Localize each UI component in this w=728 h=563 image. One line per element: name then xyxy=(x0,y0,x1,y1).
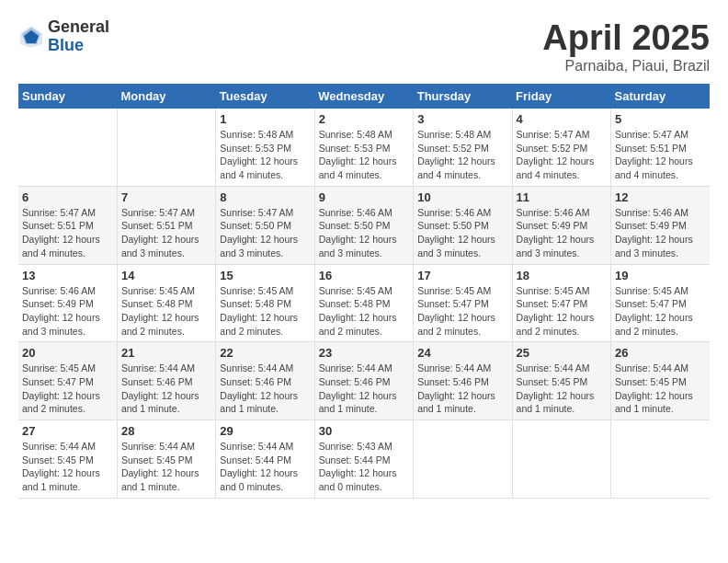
day-info-26: Sunrise: 5:44 AMSunset: 5:45 PMDaylight:… xyxy=(615,362,706,416)
day-info-23: Sunrise: 5:44 AMSunset: 5:46 PMDaylight:… xyxy=(319,362,409,416)
day-info-1: Sunrise: 5:48 AMSunset: 5:53 PMDaylight:… xyxy=(220,128,310,182)
day-number-9: 9 xyxy=(319,190,409,204)
day-info-24: Sunrise: 5:44 AMSunset: 5:46 PMDaylight:… xyxy=(417,362,507,416)
day-number-12: 12 xyxy=(615,190,706,204)
day-info-7: Sunrise: 5:47 AMSunset: 5:51 PMDaylight:… xyxy=(121,206,211,260)
day-number-3: 3 xyxy=(417,112,507,126)
day-number-29: 29 xyxy=(220,424,310,438)
calendar-cell-w1-d2 xyxy=(117,109,215,186)
calendar-cell-w5-d3: 29Sunrise: 5:44 AMSunset: 5:44 PMDayligh… xyxy=(216,420,314,499)
title-area: April 2025 Parnaiba, Piaui, Brazil xyxy=(542,18,710,75)
calendar-cell-w5-d6 xyxy=(512,420,610,499)
day-number-30: 30 xyxy=(319,424,409,438)
week-row-3: 13Sunrise: 5:46 AMSunset: 5:49 PMDayligh… xyxy=(18,264,710,342)
day-info-21: Sunrise: 5:44 AMSunset: 5:46 PMDaylight:… xyxy=(121,362,211,416)
week-row-2: 6Sunrise: 5:47 AMSunset: 5:51 PMDaylight… xyxy=(18,186,710,264)
calendar-cell-w3-d1: 13Sunrise: 5:46 AMSunset: 5:49 PMDayligh… xyxy=(18,264,117,342)
day-number-24: 24 xyxy=(417,346,507,360)
day-info-12: Sunrise: 5:46 AMSunset: 5:49 PMDaylight:… xyxy=(615,206,706,260)
day-info-3: Sunrise: 5:48 AMSunset: 5:52 PMDaylight:… xyxy=(417,128,507,182)
logo-text: General Blue xyxy=(48,18,109,55)
week-row-5: 27Sunrise: 5:44 AMSunset: 5:45 PMDayligh… xyxy=(18,420,710,499)
calendar-cell-w4-d5: 24Sunrise: 5:44 AMSunset: 5:46 PMDayligh… xyxy=(414,342,512,420)
day-number-27: 27 xyxy=(22,424,113,438)
day-info-18: Sunrise: 5:45 AMSunset: 5:47 PMDaylight:… xyxy=(517,284,607,339)
day-number-16: 16 xyxy=(319,269,409,282)
location-subtitle: Parnaiba, Piaui, Brazil xyxy=(542,58,710,75)
calendar-cell-w1-d6: 4Sunrise: 5:47 AMSunset: 5:52 PMDaylight… xyxy=(512,109,610,186)
day-info-29: Sunrise: 5:44 AMSunset: 5:44 PMDaylight:… xyxy=(220,440,310,494)
day-info-28: Sunrise: 5:44 AMSunset: 5:45 PMDaylight:… xyxy=(121,440,211,494)
day-info-25: Sunrise: 5:44 AMSunset: 5:45 PMDaylight:… xyxy=(517,362,607,416)
calendar-cell-w2-d5: 10Sunrise: 5:46 AMSunset: 5:50 PMDayligh… xyxy=(414,186,512,264)
day-number-15: 15 xyxy=(220,269,310,282)
day-info-14: Sunrise: 5:45 AMSunset: 5:48 PMDaylight:… xyxy=(121,284,211,339)
day-number-1: 1 xyxy=(220,112,310,126)
day-info-8: Sunrise: 5:47 AMSunset: 5:50 PMDaylight:… xyxy=(220,206,310,260)
calendar-cell-w2-d7: 12Sunrise: 5:46 AMSunset: 5:49 PMDayligh… xyxy=(611,186,710,264)
day-number-14: 14 xyxy=(121,269,211,282)
calendar-cell-w3-d4: 16Sunrise: 5:45 AMSunset: 5:48 PMDayligh… xyxy=(314,264,413,342)
weekday-header-row: Sunday Monday Tuesday Wednesday Thursday… xyxy=(18,84,710,109)
day-info-17: Sunrise: 5:45 AMSunset: 5:47 PMDaylight:… xyxy=(417,284,507,339)
day-number-28: 28 xyxy=(121,424,211,438)
calendar-cell-w1-d4: 2Sunrise: 5:48 AMSunset: 5:53 PMDaylight… xyxy=(314,109,413,186)
day-info-9: Sunrise: 5:46 AMSunset: 5:50 PMDaylight:… xyxy=(319,206,409,260)
header-monday: Monday xyxy=(117,84,215,109)
calendar-cell-w3-d7: 19Sunrise: 5:45 AMSunset: 5:47 PMDayligh… xyxy=(611,264,710,342)
day-info-30: Sunrise: 5:43 AMSunset: 5:44 PMDaylight:… xyxy=(319,440,409,494)
day-number-6: 6 xyxy=(22,190,113,204)
calendar-cell-w5-d4: 30Sunrise: 5:43 AMSunset: 5:44 PMDayligh… xyxy=(314,420,413,499)
day-info-11: Sunrise: 5:46 AMSunset: 5:49 PMDaylight:… xyxy=(517,206,607,260)
day-number-2: 2 xyxy=(319,112,409,126)
day-info-2: Sunrise: 5:48 AMSunset: 5:53 PMDaylight:… xyxy=(319,128,409,182)
calendar-cell-w4-d3: 22Sunrise: 5:44 AMSunset: 5:46 PMDayligh… xyxy=(216,342,314,420)
day-number-19: 19 xyxy=(615,269,706,282)
day-number-17: 17 xyxy=(417,269,507,282)
header-tuesday: Tuesday xyxy=(216,84,314,109)
calendar-cell-w4-d1: 20Sunrise: 5:45 AMSunset: 5:47 PMDayligh… xyxy=(18,342,117,420)
day-info-22: Sunrise: 5:44 AMSunset: 5:46 PMDaylight:… xyxy=(220,362,310,416)
day-info-20: Sunrise: 5:45 AMSunset: 5:47 PMDaylight:… xyxy=(22,362,113,416)
day-number-13: 13 xyxy=(22,269,113,282)
calendar-cell-w1-d3: 1Sunrise: 5:48 AMSunset: 5:53 PMDaylight… xyxy=(216,109,314,186)
day-info-5: Sunrise: 5:47 AMSunset: 5:51 PMDaylight:… xyxy=(615,128,706,182)
calendar-cell-w3-d2: 14Sunrise: 5:45 AMSunset: 5:48 PMDayligh… xyxy=(117,264,215,342)
logo-icon xyxy=(18,24,44,50)
header-sunday: Sunday xyxy=(18,84,117,109)
calendar-cell-w2-d6: 11Sunrise: 5:46 AMSunset: 5:49 PMDayligh… xyxy=(512,186,610,264)
calendar-cell-w1-d7: 5Sunrise: 5:47 AMSunset: 5:51 PMDaylight… xyxy=(611,109,710,186)
logo-general-text: General xyxy=(48,18,109,37)
day-number-26: 26 xyxy=(615,346,706,360)
calendar-cell-w5-d7 xyxy=(611,420,710,499)
logo: General Blue xyxy=(18,18,109,55)
calendar-cell-w2-d3: 8Sunrise: 5:47 AMSunset: 5:50 PMDaylight… xyxy=(216,186,314,264)
calendar-cell-w5-d2: 28Sunrise: 5:44 AMSunset: 5:45 PMDayligh… xyxy=(117,420,215,499)
day-number-8: 8 xyxy=(220,190,310,204)
week-row-4: 20Sunrise: 5:45 AMSunset: 5:47 PMDayligh… xyxy=(18,342,710,420)
header: General Blue April 2025 Parnaiba, Piaui,… xyxy=(18,18,710,75)
calendar-cell-w3-d6: 18Sunrise: 5:45 AMSunset: 5:47 PMDayligh… xyxy=(512,264,610,342)
day-info-16: Sunrise: 5:45 AMSunset: 5:48 PMDaylight:… xyxy=(319,284,409,339)
week-row-1: 1Sunrise: 5:48 AMSunset: 5:53 PMDaylight… xyxy=(18,109,710,186)
header-wednesday: Wednesday xyxy=(314,84,413,109)
day-info-27: Sunrise: 5:44 AMSunset: 5:45 PMDaylight:… xyxy=(22,440,113,494)
calendar-cell-w5-d5 xyxy=(414,420,512,499)
day-number-23: 23 xyxy=(319,346,409,360)
calendar-cell-w4-d6: 25Sunrise: 5:44 AMSunset: 5:45 PMDayligh… xyxy=(512,342,610,420)
day-info-4: Sunrise: 5:47 AMSunset: 5:52 PMDaylight:… xyxy=(517,128,607,182)
day-number-22: 22 xyxy=(220,346,310,360)
calendar-cell-w4-d2: 21Sunrise: 5:44 AMSunset: 5:46 PMDayligh… xyxy=(117,342,215,420)
calendar-cell-w1-d1 xyxy=(18,109,117,186)
logo-blue-text: Blue xyxy=(48,37,109,55)
day-info-6: Sunrise: 5:47 AMSunset: 5:51 PMDaylight:… xyxy=(22,206,113,260)
day-number-20: 20 xyxy=(22,346,113,360)
calendar-cell-w4-d7: 26Sunrise: 5:44 AMSunset: 5:45 PMDayligh… xyxy=(611,342,710,420)
day-number-21: 21 xyxy=(121,346,211,360)
header-saturday: Saturday xyxy=(611,84,710,109)
calendar-cell-w1-d5: 3Sunrise: 5:48 AMSunset: 5:52 PMDaylight… xyxy=(414,109,512,186)
day-number-10: 10 xyxy=(417,190,507,204)
day-number-4: 4 xyxy=(517,112,607,126)
calendar-cell-w2-d4: 9Sunrise: 5:46 AMSunset: 5:50 PMDaylight… xyxy=(314,186,413,264)
day-number-18: 18 xyxy=(517,269,607,282)
